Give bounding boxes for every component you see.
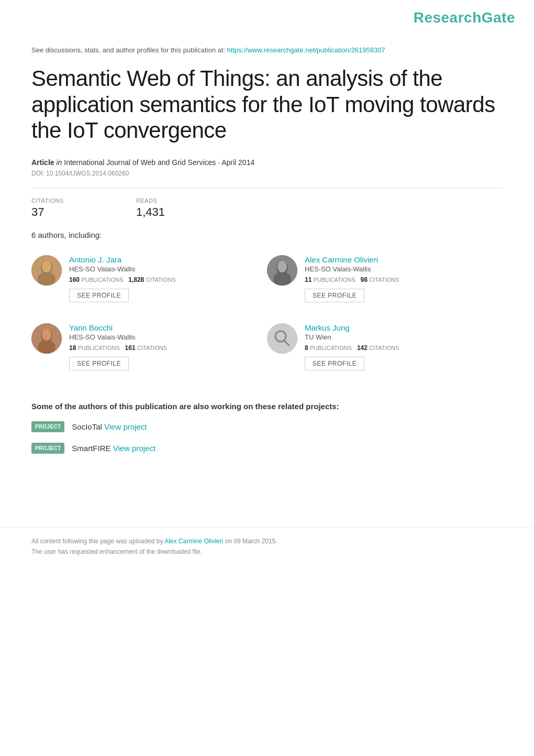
citations-block: CITATIONS 37 bbox=[31, 198, 136, 219]
svg-point-12 bbox=[267, 323, 297, 354]
author-stats-antonio: 160 PUBLICATIONS 1,828 CITATIONS bbox=[69, 276, 267, 283]
author-name-alex-link[interactable]: Alex Carmine Olivieri bbox=[305, 255, 503, 264]
author-info-yann: Yann Bocchi HES-SO Valais-Wallis 18 PUBL… bbox=[69, 323, 267, 370]
project-name-sociotal: SocIoTal View project bbox=[72, 422, 147, 431]
svg-point-7 bbox=[277, 261, 287, 272]
stats-row: CITATIONS 37 READS 1,431 bbox=[31, 198, 503, 219]
avatar-yann bbox=[31, 323, 62, 354]
author-top-yann: Yann Bocchi HES-SO Valais-Wallis 18 PUBL… bbox=[31, 323, 267, 370]
author-name-yann-link[interactable]: Yann Bocchi bbox=[69, 323, 267, 332]
author-top-alex: Alex Carmine Olivieri HES-SO Valais-Wall… bbox=[267, 255, 503, 302]
project-item-sociotal: Project SocIoTal View project bbox=[31, 421, 503, 432]
doi-line: DOI: 10.1504/IJWGS.2014.060260 bbox=[31, 170, 503, 177]
author-stats-alex: 11 PUBLICATIONS 98 CITATIONS bbox=[305, 276, 503, 283]
article-meta: Article in International Journal of Web … bbox=[31, 158, 503, 167]
footer-uploader-link[interactable]: Alex Carmine Olivieri bbox=[164, 538, 223, 545]
project-badge-sociotal: Project bbox=[31, 421, 64, 432]
citations-value: 37 bbox=[31, 205, 115, 219]
publication-url-link[interactable]: https://www.researchgate.net/publication… bbox=[227, 46, 385, 54]
author-name-antonio-link[interactable]: Antonio J. Jara bbox=[69, 255, 267, 264]
avatar-antonio-svg bbox=[31, 255, 62, 286]
see-profile-button-antonio[interactable]: SEE PROFILE bbox=[69, 289, 129, 302]
see-profile-button-yann[interactable]: SEE PROFILE bbox=[69, 357, 129, 370]
article-date: April 2014 bbox=[221, 158, 254, 167]
author-affiliation-yann: HES-SO Valais-Wallis bbox=[69, 333, 267, 341]
avatar-alex-svg bbox=[267, 255, 297, 286]
main-content: See discussions, stats, and author profi… bbox=[0, 31, 534, 485]
avatar-antonio bbox=[31, 255, 62, 286]
see-profile-button-alex[interactable]: SEE PROFILE bbox=[305, 289, 364, 302]
authors-grid: Antonio J. Jara HES-SO Valais-Wallis 160… bbox=[31, 249, 503, 385]
author-card-alex: Alex Carmine Olivieri HES-SO Valais-Wall… bbox=[267, 249, 503, 317]
smartfire-view-project-link[interactable]: View project bbox=[113, 444, 155, 453]
author-card-antonio: Antonio J. Jara HES-SO Valais-Wallis 160… bbox=[31, 249, 267, 317]
author-stats-markus: 8 PUBLICATIONS 142 CITATIONS bbox=[305, 344, 503, 352]
project-name-smartfire: SmartFIRE View project bbox=[72, 444, 155, 453]
article-type: Article bbox=[31, 158, 54, 167]
brand-logo: ResearchGate bbox=[414, 9, 515, 26]
author-top-markus: Markus Jung TU Wien 8 PUBLICATIONS 142 C… bbox=[267, 323, 503, 370]
see-discussions-line: See discussions, stats, and author profi… bbox=[31, 46, 503, 54]
reads-block: READS 1,431 bbox=[136, 198, 241, 219]
reads-value: 1,431 bbox=[136, 205, 220, 219]
related-projects-section: Some of the authors of this publication … bbox=[31, 402, 503, 454]
footer-line2: The user has requested enhancement of th… bbox=[31, 546, 503, 557]
stats-divider bbox=[31, 188, 503, 188]
paper-title: Semantic Web of Things: an analysis of t… bbox=[31, 65, 503, 144]
author-card-markus: Markus Jung TU Wien 8 PUBLICATIONS 142 C… bbox=[267, 317, 503, 385]
avatar-markus-svg bbox=[267, 323, 297, 354]
svg-point-11 bbox=[42, 329, 51, 341]
sociotal-view-project-link[interactable]: View project bbox=[104, 422, 147, 431]
author-info-alex: Alex Carmine Olivieri HES-SO Valais-Wall… bbox=[305, 255, 503, 302]
journal-name: International Journal of Web and Grid Se… bbox=[64, 158, 216, 167]
project-badge-smartfire: Project bbox=[31, 443, 64, 454]
footer-note: All content following this page was uplo… bbox=[0, 527, 534, 566]
author-card-yann: Yann Bocchi HES-SO Valais-Wallis 18 PUBL… bbox=[31, 317, 267, 385]
author-affiliation-alex: HES-SO Valais-Wallis bbox=[305, 265, 503, 273]
avatar-markus bbox=[267, 323, 297, 354]
related-projects-heading: Some of the authors of this publication … bbox=[31, 402, 503, 411]
page-header: ResearchGate bbox=[0, 0, 534, 31]
authors-heading: 6 authors, including: bbox=[31, 231, 503, 239]
avatar-alex bbox=[267, 255, 297, 286]
see-profile-button-markus[interactable]: SEE PROFILE bbox=[305, 357, 364, 370]
reads-label: READS bbox=[136, 198, 220, 204]
author-name-markus-link[interactable]: Markus Jung bbox=[305, 323, 503, 332]
author-stats-yann: 18 PUBLICATIONS 161 CITATIONS bbox=[69, 344, 267, 352]
avatar-yann-svg bbox=[31, 323, 62, 354]
author-top-antonio: Antonio J. Jara HES-SO Valais-Wallis 160… bbox=[31, 255, 267, 302]
author-affiliation-markus: TU Wien bbox=[305, 333, 503, 341]
author-info-markus: Markus Jung TU Wien 8 PUBLICATIONS 142 C… bbox=[305, 323, 503, 370]
author-affiliation-antonio: HES-SO Valais-Wallis bbox=[69, 265, 267, 273]
project-item-smartfire: Project SmartFIRE View project bbox=[31, 443, 503, 454]
footer-line1: All content following this page was uplo… bbox=[31, 536, 503, 546]
article-in-word: in bbox=[56, 158, 64, 167]
citations-label: CITATIONS bbox=[31, 198, 115, 204]
svg-point-3 bbox=[42, 261, 51, 272]
author-info-antonio: Antonio J. Jara HES-SO Valais-Wallis 160… bbox=[69, 255, 267, 302]
